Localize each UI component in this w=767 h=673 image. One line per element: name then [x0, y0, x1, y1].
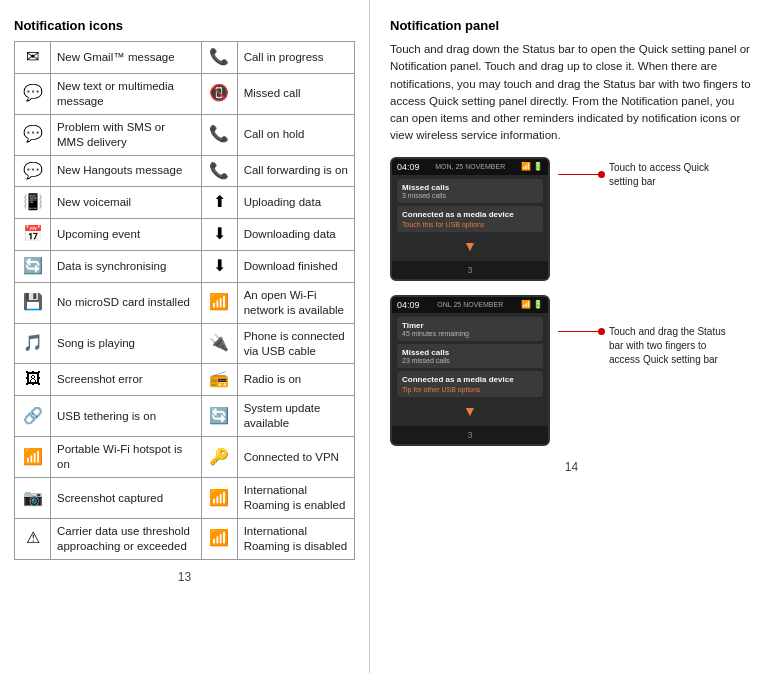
table-row: ✉ New Gmail™ message 📞 Call in progress — [15, 42, 355, 74]
screen-row-1: 04:09 MON, 25 NOVEMBER 📶🔋 Missed calls 3… — [390, 157, 743, 281]
label-right-2: Call on hold — [237, 114, 354, 155]
swipe-arrow-2: ▼ — [397, 400, 543, 422]
icon-right-5: ⬇ — [201, 219, 237, 251]
bottom-bar-2: 3 — [392, 426, 548, 444]
label-left-2: Problem with SMS or MMS delivery — [51, 114, 202, 155]
icon-right-13: 📶 — [201, 518, 237, 559]
icon-right-9: 📻 — [201, 364, 237, 396]
label-right-12: International Roaming is enabled — [237, 478, 354, 519]
red-line-2 — [558, 331, 598, 332]
icon-left-0: ✉ — [15, 42, 51, 74]
label-left-11: Portable Wi-Fi hotspot is on — [51, 437, 202, 478]
icon-left-13: ⚠ — [15, 518, 51, 559]
label-left-6: Data is synchronising — [51, 250, 202, 282]
notification-icons-table: ✉ New Gmail™ message 📞 Call in progress … — [14, 41, 355, 560]
label-left-13: Carrier data use threshold approaching o… — [51, 518, 202, 559]
label-right-3: Call forwarding is on — [237, 155, 354, 187]
status-icons-1: 📶🔋 — [521, 162, 543, 171]
icon-right-11: 🔑 — [201, 437, 237, 478]
icon-left-3: 💬 — [15, 155, 51, 187]
label-left-0: New Gmail™ message — [51, 42, 202, 74]
date-1: MON, 25 NOVEMBER — [435, 163, 505, 170]
label-left-3: New Hangouts message — [51, 155, 202, 187]
icon-right-7: 📶 — [201, 282, 237, 323]
right-section-title: Notification panel — [390, 18, 753, 33]
table-row: 💾 No microSD card installed 📶 An open Wi… — [15, 282, 355, 323]
right-page: Notification panel Touch and drag down t… — [370, 0, 767, 673]
label-left-12: Screenshot captured — [51, 478, 202, 519]
phone-screen-1: 04:09 MON, 25 NOVEMBER 📶🔋 Missed calls 3… — [390, 157, 550, 281]
icon-left-6: 🔄 — [15, 250, 51, 282]
icon-right-12: 📶 — [201, 478, 237, 519]
phone-screen-2: 04:09 ONL 25 NOVEMBER 📶🔋 Timer 45 minute… — [390, 295, 550, 446]
red-line-1 — [558, 174, 598, 175]
label-right-7: An open Wi-Fi network is available — [237, 282, 354, 323]
icon-right-1: 📵 — [201, 73, 237, 114]
icon-left-4: 📳 — [15, 187, 51, 219]
icon-left-2: 💬 — [15, 114, 51, 155]
table-row: 💬 New Hangouts message 📞 Call forwarding… — [15, 155, 355, 187]
table-row: 🖼 Screenshot error 📻 Radio is on — [15, 364, 355, 396]
label-right-10: System update available — [237, 396, 354, 437]
label-left-7: No microSD card installed — [51, 282, 202, 323]
table-row: 📳 New voicemail ⬆ Uploading data — [15, 187, 355, 219]
annotation-line-2: Touch and drag the Status bar with two f… — [558, 325, 739, 367]
icon-right-0: 📞 — [201, 42, 237, 74]
status-icons-2: 📶🔋 — [521, 300, 543, 309]
status-bar-1: 04:09 MON, 25 NOVEMBER 📶🔋 — [392, 159, 548, 175]
red-dot-1 — [598, 171, 605, 178]
annotation-text-2: Touch and drag the Status bar with two f… — [609, 325, 739, 367]
red-dot-2 — [598, 328, 605, 335]
icon-right-10: 🔄 — [201, 396, 237, 437]
annotation-container-1: Touch to access Quick setting bar — [558, 157, 739, 189]
label-right-6: Download finished — [237, 250, 354, 282]
time-1: 04:09 — [397, 162, 420, 172]
label-left-10: USB tethering is on — [51, 396, 202, 437]
icon-left-11: 📶 — [15, 437, 51, 478]
label-right-13: International Roaming is disabled — [237, 518, 354, 559]
bottom-bar-1: 3 — [392, 261, 548, 279]
label-right-9: Radio is on — [237, 364, 354, 396]
icon-left-1: 💬 — [15, 73, 51, 114]
icon-right-2: 📞 — [201, 114, 237, 155]
screen-row-2: 04:09 ONL 25 NOVEMBER 📶🔋 Timer 45 minute… — [390, 295, 743, 446]
label-right-1: Missed call — [237, 73, 354, 114]
annotation-container-2: Touch and drag the Status bar with two f… — [558, 295, 739, 367]
icon-left-9: 🖼 — [15, 364, 51, 396]
icon-left-10: 🔗 — [15, 396, 51, 437]
table-row: 🎵 Song is playing 🔌 Phone is connected v… — [15, 323, 355, 364]
label-right-4: Uploading data — [237, 187, 354, 219]
swipe-arrow-1: ▼ — [397, 235, 543, 257]
notif-item-2a: Timer 45 minutes remaining — [397, 317, 543, 341]
label-left-4: New voicemail — [51, 187, 202, 219]
notif-area-1: Missed calls 3 missed calls Connected as… — [392, 175, 548, 261]
icon-right-8: 🔌 — [201, 323, 237, 364]
notif-item-1a: Missed calls 3 missed calls — [397, 179, 543, 203]
left-page-number: 13 — [14, 570, 355, 584]
notif-item-2c: Connected as a media device Tip for othe… — [397, 371, 543, 397]
screens-wrapper: 04:09 MON, 25 NOVEMBER 📶🔋 Missed calls 3… — [390, 157, 753, 446]
notif-panel-description: Touch and drag down the Status bar to op… — [390, 41, 753, 145]
label-left-5: Upcoming event — [51, 219, 202, 251]
table-row: 🔄 Data is synchronising ⬇ Download finis… — [15, 250, 355, 282]
annotation-line-1: Touch to access Quick setting bar — [558, 161, 739, 189]
notif-area-2: Timer 45 minutes remaining Missed calls … — [392, 313, 548, 426]
label-right-0: Call in progress — [237, 42, 354, 74]
time-2: 04:09 — [397, 300, 420, 310]
label-left-9: Screenshot error — [51, 364, 202, 396]
label-right-11: Connected to VPN — [237, 437, 354, 478]
label-right-5: Downloading data — [237, 219, 354, 251]
table-row: 💬 Problem with SMS or MMS delivery 📞 Cal… — [15, 114, 355, 155]
table-row: 📷 Screenshot captured 📶 International Ro… — [15, 478, 355, 519]
table-row: ⚠ Carrier data use threshold approaching… — [15, 518, 355, 559]
table-row: 📅 Upcoming event ⬇ Downloading data — [15, 219, 355, 251]
icon-left-7: 💾 — [15, 282, 51, 323]
icon-right-3: 📞 — [201, 155, 237, 187]
icon-left-8: 🎵 — [15, 323, 51, 364]
table-row: 💬 New text or multimedia message 📵 Misse… — [15, 73, 355, 114]
annotation-text-1: Touch to access Quick setting bar — [609, 161, 739, 189]
icon-right-4: ⬆ — [201, 187, 237, 219]
label-left-1: New text or multimedia message — [51, 73, 202, 114]
label-left-8: Song is playing — [51, 323, 202, 364]
left-section-title: Notification icons — [14, 18, 355, 33]
